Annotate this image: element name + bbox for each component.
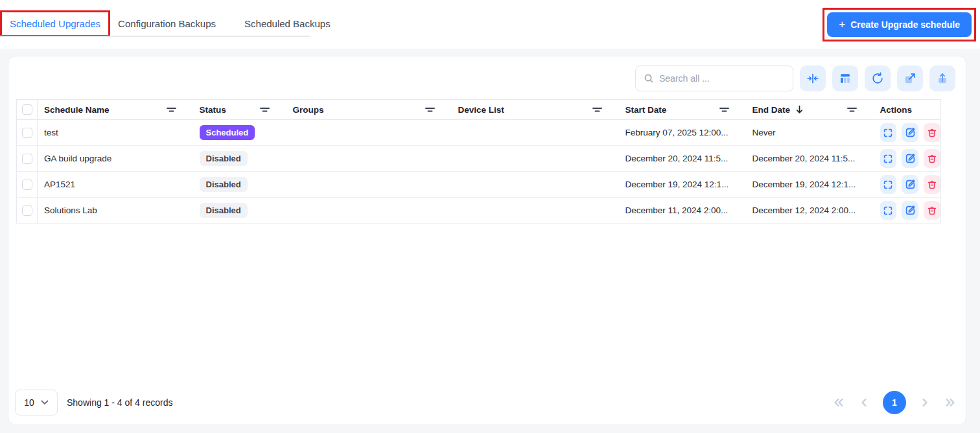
cell-start-date: December 20, 2024 11:5... [619, 146, 746, 172]
search-input[interactable] [659, 73, 785, 84]
annotation-box-create-button: + Create Upgrade schedule [822, 8, 976, 41]
open-expanded-icon [903, 71, 917, 86]
cell-end-date: December 19, 2024 12:1... [746, 172, 874, 198]
search-input-wrapper [635, 65, 793, 91]
create-upgrade-schedule-button[interactable]: + Create Upgrade schedule [827, 12, 972, 37]
cell-schedule-name: AP1521 [38, 172, 193, 198]
trash-icon [926, 205, 938, 216]
next-page-button[interactable] [920, 397, 929, 408]
column-header-status[interactable]: Status [193, 100, 286, 120]
column-header-end-date[interactable]: End Date [746, 100, 874, 120]
tab-scheduled-upgrades[interactable]: Scheduled Upgrades [2, 12, 108, 35]
delete-row-button[interactable] [924, 123, 940, 142]
tab-bar: Scheduled Upgrades Configuration Backups… [0, 10, 338, 37]
column-header-start-date[interactable]: Start Date [619, 100, 746, 120]
status-badge: Scheduled [200, 125, 255, 140]
edit-row-button[interactable] [902, 175, 918, 194]
table-row: GA build upgrade Disabled December 20, 2… [17, 146, 941, 172]
chevron-left-icon [859, 397, 869, 408]
expand-row-button[interactable] [880, 149, 897, 168]
table-row: AP1521 Disabled December 19, 2024 12:1..… [17, 172, 941, 198]
fullscreen-icon [882, 153, 894, 165]
row-checkbox[interactable] [22, 205, 32, 216]
row-checkbox[interactable] [22, 180, 32, 190]
filter-icon[interactable] [260, 106, 270, 113]
refresh-button[interactable] [865, 65, 891, 91]
cell-device-list [452, 146, 619, 172]
filter-icon[interactable] [847, 106, 857, 113]
edit-icon [904, 204, 916, 216]
cell-end-date: December 20, 2024 11:5... [746, 146, 874, 172]
export-button[interactable] [929, 65, 955, 91]
fullscreen-icon [882, 127, 894, 139]
search-icon [644, 73, 654, 84]
expand-row-button[interactable] [880, 175, 897, 194]
filter-icon[interactable] [425, 106, 435, 113]
cell-device-list [452, 172, 619, 198]
row-checkbox[interactable] [22, 154, 32, 164]
tab-configuration-backups[interactable]: Configuration Backups [110, 12, 224, 35]
export-icon [935, 71, 950, 86]
collapse-columns-icon [806, 71, 820, 86]
column-header-actions: Actions [874, 100, 941, 120]
status-badge: Disabled [200, 177, 248, 192]
chevron-right-icon [920, 397, 929, 408]
status-badge: Disabled [200, 151, 248, 166]
column-header-schedule-name[interactable]: Schedule Name [38, 100, 193, 120]
delete-row-button[interactable] [924, 175, 940, 194]
table-row: Solutions Lab Disabled December 11, 2024… [17, 198, 941, 224]
sort-desc-icon[interactable] [795, 105, 804, 114]
schedules-table: Schedule Name Status Groups Device List [16, 99, 941, 224]
tab-scheduled-backups[interactable]: Scheduled Backups [237, 12, 338, 35]
expand-row-button[interactable] [880, 123, 897, 142]
cell-end-date: Never [746, 120, 874, 146]
table-wrapper: Schedule Name Status Groups Device List [16, 99, 941, 224]
edit-row-button[interactable] [902, 123, 918, 142]
fullscreen-icon [882, 205, 894, 216]
row-checkbox[interactable] [22, 128, 32, 138]
collapse-columns-button[interactable] [800, 65, 826, 91]
records-summary: Showing 1 - 4 of 4 records [67, 397, 172, 408]
delete-row-button[interactable] [924, 201, 940, 220]
column-header-groups[interactable]: Groups [286, 100, 452, 120]
delete-row-button[interactable] [924, 149, 940, 168]
filter-icon[interactable] [592, 106, 602, 113]
pagination-controls: 1 [832, 391, 957, 414]
cell-schedule-name: GA build upgrade [38, 146, 193, 172]
page-number-button[interactable]: 1 [883, 391, 906, 414]
expand-row-button[interactable] [880, 201, 897, 220]
table-header-row: Schedule Name Status Groups Device List [17, 100, 941, 120]
column-label: Device List [458, 105, 504, 115]
table-row: test Scheduled February 07, 2025 12:00..… [17, 120, 941, 146]
edit-row-button[interactable] [902, 201, 918, 220]
manage-columns-button[interactable] [832, 65, 858, 91]
cell-schedule-name: test [38, 120, 193, 146]
manage-columns-icon [838, 71, 852, 86]
page-size-select[interactable]: 10 [15, 390, 58, 415]
plus-icon: + [839, 20, 845, 29]
trash-icon [926, 127, 938, 139]
edit-row-button[interactable] [902, 149, 918, 168]
column-label: Start Date [625, 105, 667, 115]
scheduled-upgrades-card: Schedule Name Status Groups Device List [8, 56, 966, 425]
select-all-checkbox[interactable] [22, 104, 32, 115]
open-expanded-button[interactable] [897, 65, 923, 91]
column-label: Schedule Name [44, 105, 110, 115]
filter-icon[interactable] [719, 106, 729, 113]
edit-icon [904, 126, 916, 139]
cell-end-date: December 12, 2024 2:00... [746, 198, 874, 224]
cell-groups [286, 146, 452, 172]
trash-icon [926, 179, 938, 191]
first-page-button[interactable] [832, 397, 845, 408]
column-header-device-list[interactable]: Device List [452, 100, 619, 120]
cell-groups [286, 172, 452, 198]
refresh-icon [870, 71, 885, 86]
column-label: Status [200, 105, 226, 115]
last-page-button[interactable] [944, 397, 957, 408]
table-footer: 10 Showing 1 - 4 of 4 records 1 [8, 386, 966, 419]
header-bar: Scheduled Upgrades Configuration Backups… [0, 0, 980, 49]
page-size-value: 10 [24, 397, 34, 408]
filter-icon[interactable] [167, 106, 176, 113]
edit-icon [904, 152, 916, 165]
previous-page-button[interactable] [859, 397, 869, 408]
